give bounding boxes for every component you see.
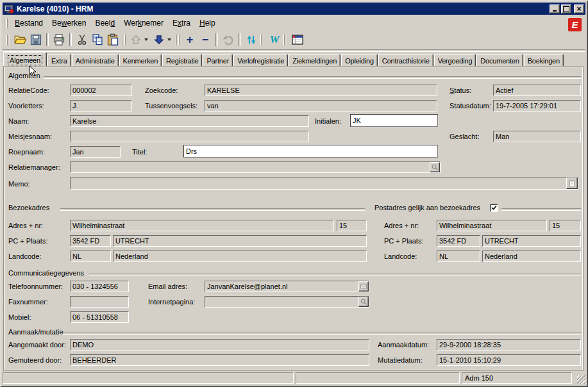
remove-button[interactable]: − bbox=[197, 32, 213, 47]
resize-grip[interactable] bbox=[577, 375, 585, 384]
roepnaam-field[interactable] bbox=[70, 146, 121, 158]
telefoonnummer-field[interactable] bbox=[70, 281, 129, 292]
label-titel: Titel: bbox=[132, 148, 147, 156]
post-land-field[interactable] bbox=[482, 251, 581, 262]
bezoek-land-field[interactable] bbox=[113, 251, 367, 262]
tussenvoegsels-field[interactable] bbox=[205, 100, 437, 111]
undo-button[interactable] bbox=[221, 32, 236, 47]
word-export-button[interactable]: W bbox=[267, 32, 282, 47]
post-postcode-field[interactable] bbox=[437, 235, 480, 247]
tab-contracthistorie[interactable]: Contracthistorie bbox=[378, 54, 433, 66]
menu-grip[interactable] bbox=[4, 18, 8, 28]
post-plaats-field[interactable] bbox=[482, 235, 581, 247]
toolbar: + − W bbox=[3, 30, 585, 49]
label-tussenvoegsels: Tussenvoegsels: bbox=[145, 102, 197, 110]
post-landcode-field[interactable] bbox=[437, 251, 480, 262]
zoekcode-field[interactable] bbox=[205, 85, 437, 96]
card-view-button[interactable] bbox=[290, 32, 305, 47]
word-icon: W bbox=[269, 33, 279, 46]
faxnummer-field[interactable] bbox=[70, 296, 129, 308]
tab-extra[interactable]: Extra bbox=[47, 54, 71, 66]
initialen-field[interactable] bbox=[350, 114, 438, 127]
geslacht-field[interactable] bbox=[493, 131, 581, 142]
open-button[interactable] bbox=[13, 32, 28, 47]
toolbar-grip[interactable] bbox=[122, 35, 126, 45]
copy-button[interactable] bbox=[90, 32, 105, 47]
section-line bbox=[44, 76, 581, 79]
bezoek-straat-field[interactable] bbox=[70, 220, 334, 231]
status-field[interactable] bbox=[493, 85, 581, 96]
tab-kenmerken[interactable]: Kenmerken bbox=[119, 54, 162, 66]
aanmaakdatum-field[interactable] bbox=[437, 339, 581, 350]
magnifier-icon bbox=[431, 163, 439, 171]
save-button[interactable] bbox=[28, 32, 44, 47]
memo-button[interactable] bbox=[566, 177, 578, 189]
post-huisnummer-field[interactable] bbox=[550, 220, 581, 231]
titel-field[interactable] bbox=[183, 145, 438, 158]
tab-ziekmeldingen[interactable]: Ziekmeldingen bbox=[289, 54, 340, 66]
tab-boekingen[interactable]: Boekingen bbox=[524, 54, 564, 66]
memo-field[interactable] bbox=[70, 177, 578, 190]
email-send-button[interactable] bbox=[358, 281, 369, 292]
tab-verlofregistratie[interactable]: Verlofregistratie bbox=[233, 54, 288, 66]
label-relatiecode: RelatieCode: bbox=[8, 86, 49, 94]
voorletters-field[interactable] bbox=[70, 100, 132, 111]
menu-item-extra[interactable]: Extra bbox=[168, 17, 195, 29]
relatiecode-field[interactable] bbox=[70, 85, 132, 96]
bezoek-landcode-field[interactable] bbox=[70, 251, 111, 262]
close-button[interactable]: × bbox=[574, 4, 584, 13]
menu-item-help[interactable]: Help bbox=[195, 17, 220, 29]
postadres-checkbox[interactable] bbox=[490, 204, 498, 212]
label-internetpagina: Internetpagina: bbox=[148, 298, 195, 306]
label-gemuteerd-door: Gemuteerd door: bbox=[8, 356, 62, 364]
menu-item-werknemer[interactable]: Werknemer bbox=[119, 17, 168, 29]
bezoek-postcode-field[interactable] bbox=[70, 235, 111, 247]
cut-button[interactable] bbox=[74, 32, 90, 47]
naam-field[interactable] bbox=[70, 115, 309, 127]
print-button[interactable] bbox=[51, 32, 67, 47]
mobiel-field[interactable] bbox=[70, 311, 129, 323]
post-straat-field[interactable] bbox=[437, 220, 547, 231]
internetpagina-browse-button[interactable] bbox=[358, 297, 369, 307]
label-geslacht: Geslacht: bbox=[449, 133, 479, 140]
add-button[interactable]: + bbox=[182, 32, 197, 47]
nav-up-dropdown[interactable] bbox=[144, 32, 151, 47]
toolbar-grip[interactable] bbox=[6, 35, 11, 45]
toolbar-grip[interactable] bbox=[283, 35, 288, 45]
tab-algemeen[interactable]: Algemeen bbox=[3, 52, 47, 66]
maximize-button[interactable] bbox=[561, 4, 571, 13]
tab-vergoeding[interactable]: Vergoeding bbox=[434, 54, 476, 66]
relatiemanager-field[interactable] bbox=[70, 161, 441, 173]
gemuteerd-door-field[interactable] bbox=[70, 354, 369, 366]
close-icon: × bbox=[576, 6, 581, 12]
bezoek-huisnummer-field[interactable] bbox=[337, 220, 367, 231]
tab-registratie[interactable]: Registratie bbox=[162, 54, 202, 66]
paste-button[interactable] bbox=[105, 32, 121, 47]
tab-documenten[interactable]: Documenten bbox=[476, 54, 523, 66]
toolbar-grip[interactable] bbox=[260, 35, 265, 45]
refresh-button[interactable] bbox=[244, 32, 259, 47]
minimize-button[interactable] bbox=[550, 4, 560, 13]
nav-down-dropdown[interactable] bbox=[167, 32, 174, 47]
application-window: Karelse (4010) - HRM × Bestand Bewerken … bbox=[0, 0, 588, 387]
relatiemanager-browse-button[interactable] bbox=[430, 162, 440, 172]
nav-up-button[interactable] bbox=[128, 32, 144, 47]
copy-icon bbox=[91, 33, 104, 46]
statusdatum-field[interactable] bbox=[493, 100, 581, 111]
email-field[interactable] bbox=[205, 281, 369, 292]
tab-partner[interactable]: Partner bbox=[203, 54, 233, 66]
internetpagina-field[interactable] bbox=[205, 296, 369, 308]
tab-administratie[interactable]: Administratie bbox=[72, 54, 119, 66]
menu-item-beeld[interactable]: Beeld bbox=[90, 17, 119, 29]
tab-opleiding[interactable]: Opleiding bbox=[341, 54, 378, 66]
title-bar[interactable]: Karelse (4010) - HRM × bbox=[3, 3, 585, 15]
meisjesnaam-field[interactable] bbox=[70, 131, 309, 142]
status-bar: Adm 150 bbox=[3, 372, 585, 384]
nav-down-button[interactable] bbox=[151, 32, 167, 47]
menu-item-bewerken[interactable]: Bewerken bbox=[47, 17, 90, 29]
aangemaakt-door-field[interactable] bbox=[70, 339, 369, 350]
bezoek-plaats-field[interactable] bbox=[113, 235, 367, 247]
toolbar-grip[interactable] bbox=[176, 35, 180, 45]
menu-item-bestand[interactable]: Bestand bbox=[10, 17, 47, 29]
mutatiedatum-field[interactable] bbox=[437, 354, 581, 366]
